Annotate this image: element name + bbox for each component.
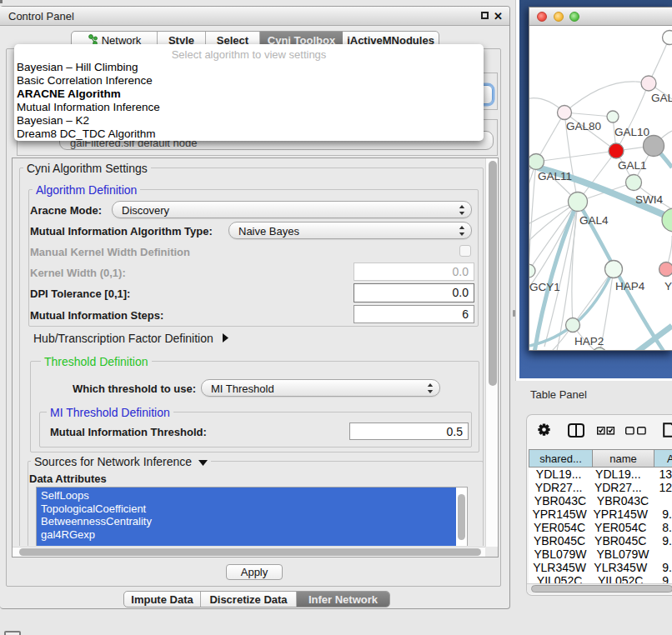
svg-text:GAL80: GAL80 bbox=[566, 120, 601, 132]
svg-text:Y: Y bbox=[664, 280, 672, 292]
svg-text:GAL2: GAL2 bbox=[651, 92, 672, 104]
svg-text:GAL11: GAL11 bbox=[538, 170, 572, 182]
svg-text:HAP4: HAP4 bbox=[615, 280, 645, 292]
svg-text:GAL1: GAL1 bbox=[618, 159, 647, 172]
svg-text:GCY1: GCY1 bbox=[529, 281, 560, 293]
svg-text:GAL4: GAL4 bbox=[579, 214, 609, 227]
svg-text:GAL10: GAL10 bbox=[614, 126, 649, 138]
svg-text:HAP2: HAP2 bbox=[574, 335, 604, 348]
svg-text:SWI4: SWI4 bbox=[635, 193, 663, 206]
